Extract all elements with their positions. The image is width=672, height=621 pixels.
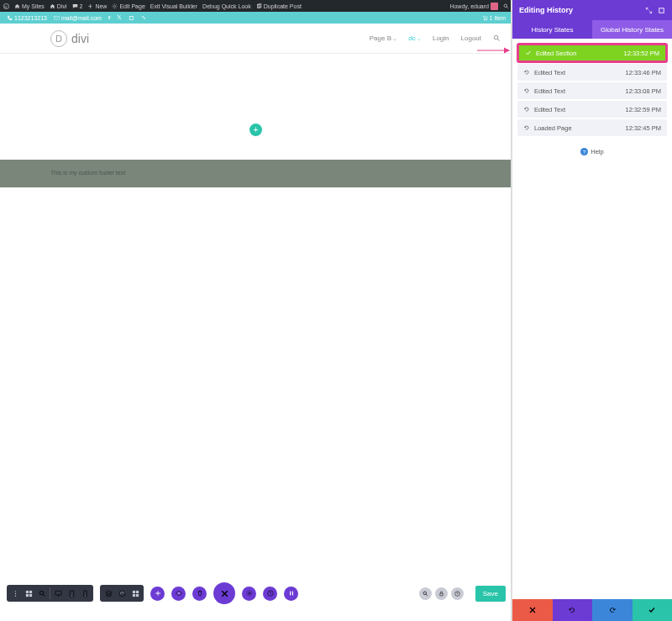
zoom-view-button[interactable] [36,587,48,599]
find-button[interactable] [419,587,432,600]
builder-bottom-toolbar: Save [0,579,512,608]
history-label: Loaded Page [534,124,572,132]
wp-logo-icon[interactable] [3,3,9,9]
footer-strip[interactable]: This is my custom footer text [0,160,512,187]
layers-group [100,585,144,602]
top-info-bar: 1123213213 mail@mail.com f 𝕏 ∿ 1 Item [0,12,512,24]
primary-nav: Page B ⌵ dc ⌵ Login Logout [370,34,501,42]
tablet-view-button[interactable] [66,587,77,599]
history-label: Edited Text [534,87,565,95]
pause-button[interactable] [284,587,298,601]
search-icon[interactable] [503,3,509,9]
tab-history-states[interactable]: History States [512,20,592,39]
list-button[interactable] [129,587,141,599]
panel-footer [512,599,672,621]
check-icon [525,50,532,56]
nav-login[interactable]: Login [433,34,449,42]
rss-icon[interactable]: ∿ [141,14,146,21]
help-link[interactable]: ? Help [512,141,672,162]
history-time: 12:33:46 PM [625,69,661,76]
nav-logout[interactable]: Logout [461,34,481,42]
snap-panel-icon[interactable] [658,7,665,14]
add-section-button[interactable]: + [249,124,262,136]
mobile-view-button[interactable] [79,587,91,599]
tab-global-history-states[interactable]: Global History States [592,20,672,39]
history-time: 12:33:08 PM [625,87,661,95]
close-builder-button[interactable] [213,582,235,604]
history-list: Edited Section12:33:52 PMEdited Text12:3… [512,39,672,141]
history-time: 12:32:59 PM [625,106,661,113]
trash-button[interactable] [192,587,207,601]
redo-button[interactable] [592,599,633,621]
confirm-button[interactable] [633,599,673,621]
nav-dc[interactable]: dc ⌵ [408,34,421,42]
new-link[interactable]: New [87,3,107,9]
view-mode-group [7,585,93,602]
nav-page-b[interactable]: Page B ⌵ [370,34,396,42]
undo-icon [523,124,530,131]
site-header: D divi Page B ⌵ dc ⌵ Login Logout [0,24,512,54]
expand-panel-icon[interactable] [645,7,653,14]
site-link[interactable]: Divi [50,3,67,9]
comments-link[interactable]: 2 [72,3,83,9]
settings-button[interactable] [242,587,256,601]
wp-admin-bar: My Sites Divi 2 New Edit Page Exit Visua… [0,0,512,12]
instagram-icon[interactable] [129,15,134,21]
lock-button[interactable] [435,587,448,600]
history-time: 12:32:45 PM [625,124,661,132]
builder-canvas: + This is my custom footer text [0,54,512,608]
palette-button[interactable] [116,587,128,599]
nav-search-icon[interactable] [493,34,501,42]
desktop-view-button[interactable] [52,587,64,599]
discard-button[interactable] [512,599,553,621]
email-info: mail@mail.com [54,15,102,21]
my-sites-link[interactable]: My Sites [14,3,45,9]
history-label: Edited Text [534,106,565,113]
edit-page-link[interactable]: Edit Page [112,3,144,9]
history-button[interactable] [263,587,277,601]
duplicate-post-link[interactable]: Duplicate Post [256,3,302,9]
history-item[interactable]: Loaded Page12:32:45 PM [517,119,667,136]
history-item[interactable]: Edited Text12:33:46 PM [517,64,667,81]
howdy-user[interactable]: Howdy, eduard [449,3,498,10]
layers-button[interactable] [102,587,114,599]
history-label: Edited Section [536,50,576,57]
undo-icon [523,87,530,94]
history-item[interactable]: Edited Text12:33:08 PM [517,82,667,99]
cart-link[interactable]: 1 Item [482,15,506,21]
exit-vb-link[interactable]: Exit Visual Builder [150,3,197,9]
drag-handle-icon[interactable] [9,587,21,599]
history-time: 12:33:52 PM [623,50,659,57]
annotation-arrow-icon [475,45,512,55]
avatar-icon [491,3,498,10]
undo-button[interactable] [553,599,593,621]
history-item[interactable]: Edited Text12:32:59 PM [517,101,667,118]
help-button[interactable] [451,587,464,600]
phone-info: 1123213213 [7,15,47,21]
save-button[interactable]: Save [475,586,506,602]
logo-text: divi [71,32,89,45]
history-label: Edited Text [534,69,565,76]
x-icon[interactable]: 𝕏 [117,14,122,21]
wireframe-view-button[interactable] [23,587,34,599]
undo-icon [523,106,530,113]
undo-icon [523,69,530,76]
facebook-icon[interactable]: f [108,14,110,21]
editing-history-panel: Editing History History States Global Hi… [512,0,672,621]
panel-title: Editing History [519,6,573,14]
panel-tabs: History States Global History States [512,20,672,39]
panel-header: Editing History [512,0,672,20]
debug-link[interactable]: Debug Quick Look [202,3,251,9]
preview-button[interactable] [171,587,186,601]
add-button[interactable] [150,587,165,601]
site-logo[interactable]: D divi [50,30,89,47]
logo-icon: D [50,30,67,47]
help-icon: ? [580,148,588,155]
history-item[interactable]: Edited Section12:33:52 PM [517,44,667,62]
